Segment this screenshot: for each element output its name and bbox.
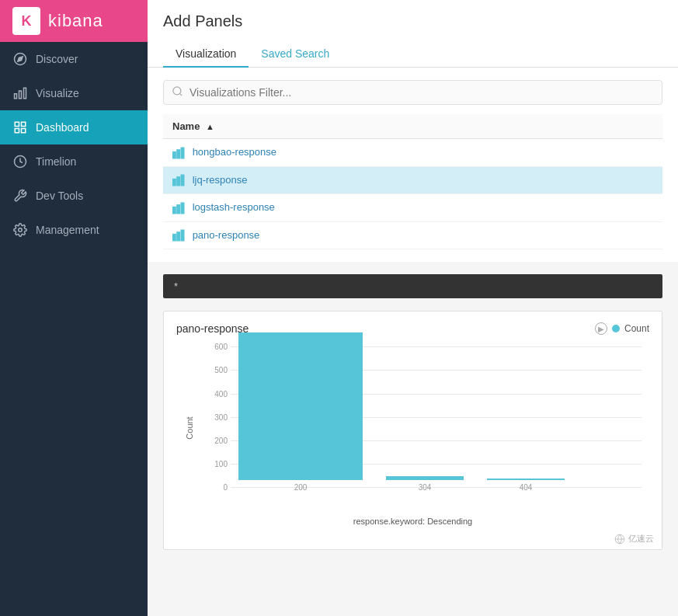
table-row[interactable]: ljq-response: [163, 166, 662, 194]
sidebar-item-devtools[interactable]: Dev Tools: [0, 179, 148, 213]
sidebar-item-discover[interactable]: Discover: [0, 42, 148, 76]
svg-rect-20: [177, 205, 179, 214]
svg-rect-14: [177, 150, 179, 158]
logo-text: kibana: [48, 11, 103, 31]
row-cell: pano-response: [163, 221, 662, 249]
logo-icon: K: [12, 7, 40, 35]
search-bar[interactable]: [163, 80, 662, 105]
compass-icon: [12, 51, 28, 67]
bar-chart-icon: [172, 174, 185, 186]
gear-icon: [12, 222, 28, 238]
svg-line-12: [179, 93, 182, 96]
query-text: *: [174, 280, 178, 292]
sidebar-item-management[interactable]: Management: [0, 213, 148, 247]
row-name: ljq-response: [193, 174, 248, 186]
dashboard-area: * pano-response ▶ Count Count 600: [148, 262, 678, 562]
bar-chart-icon: [12, 85, 28, 101]
y-tick-label: 300: [207, 413, 228, 422]
sidebar-label-dashboard: Dashboard: [36, 121, 89, 134]
svg-rect-6: [22, 122, 26, 126]
chart-panel: pano-response ▶ Count Count 600: [163, 311, 662, 550]
svg-rect-13: [173, 151, 176, 158]
svg-rect-15: [181, 148, 183, 158]
y-tick-label: 400: [207, 390, 228, 398]
grid-icon: [12, 120, 28, 135]
sort-asc-icon: ▲: [206, 122, 214, 131]
row-name: hongbao-response: [193, 146, 276, 158]
row-name: logstash-response: [193, 201, 275, 213]
tab-saved-search[interactable]: Saved Search: [249, 41, 342, 68]
bar-304: [386, 476, 464, 480]
svg-rect-5: [15, 122, 19, 126]
bar-chart-icon: [172, 147, 185, 159]
row-name: pano-response: [193, 229, 260, 241]
svg-rect-17: [177, 177, 179, 186]
logo-area[interactable]: K kibana: [0, 0, 148, 42]
wrench-icon: [12, 188, 28, 204]
chart-body: Count 600 500 400: [207, 343, 641, 513]
row-cell: hongbao-response: [163, 139, 662, 167]
column-name-header[interactable]: Name ▲: [163, 114, 662, 139]
svg-rect-4: [15, 94, 17, 99]
svg-rect-3: [19, 91, 22, 99]
row-cell: ljq-response: [163, 166, 662, 194]
table-row[interactable]: hongbao-response: [163, 139, 662, 167]
row-cell: logstash-response: [163, 194, 662, 222]
tab-visualization[interactable]: Visualization: [163, 41, 249, 68]
bar-200: [238, 332, 363, 480]
y-tick-label: 600: [207, 343, 228, 351]
sidebar-item-timelion[interactable]: Timelion: [0, 144, 148, 179]
query-bar[interactable]: *: [163, 274, 662, 298]
legend-dot: [612, 325, 620, 332]
search-icon: [172, 85, 183, 99]
search-input[interactable]: [189, 86, 654, 99]
legend-nav-icon[interactable]: ▶: [595, 322, 607, 335]
sidebar-item-visualize[interactable]: Visualize: [0, 76, 148, 110]
sidebar: K kibana Discover Visualize Dashboard Ti…: [0, 0, 148, 616]
sidebar-label-discover: Discover: [36, 53, 78, 65]
page-title: Add Panels: [163, 12, 662, 30]
bar-404: [487, 479, 565, 480]
y-tick-label: 0: [207, 483, 228, 492]
sidebar-item-dashboard[interactable]: Dashboard: [0, 110, 148, 144]
visualizations-table: Name ▲ hongbao-response: [163, 114, 662, 249]
y-axis-label: Count: [185, 417, 194, 440]
add-panels-header: Add Panels Visualization Saved Search: [148, 0, 678, 68]
sidebar-label-visualize: Visualize: [36, 87, 79, 99]
tabs-bar: Visualization Saved Search: [163, 41, 662, 67]
panel-content: Name ▲ hongbao-response: [148, 68, 678, 262]
table-row[interactable]: pano-response: [163, 221, 662, 249]
svg-rect-23: [177, 232, 179, 241]
bar-group-404: 404: [487, 479, 565, 492]
sidebar-label-management: Management: [36, 224, 99, 236]
svg-marker-1: [18, 57, 23, 61]
main-content: Add Panels Visualization Saved Search Na…: [148, 0, 678, 616]
watermark: 亿速云: [614, 533, 654, 545]
svg-rect-19: [173, 207, 176, 213]
chart-legend: ▶ Count: [595, 322, 649, 335]
svg-rect-22: [173, 235, 176, 241]
bar-chart-icon: [172, 202, 185, 214]
legend-label: Count: [624, 323, 649, 334]
sidebar-label-timelion: Timelion: [36, 155, 76, 168]
bar-label-404: 404: [520, 483, 533, 492]
table-row[interactable]: logstash-response: [163, 194, 662, 222]
svg-point-10: [19, 228, 23, 232]
bar-label-200: 200: [294, 483, 308, 492]
svg-rect-18: [181, 175, 183, 185]
watermark-text: 亿速云: [628, 533, 654, 545]
bar-group-200: 200: [238, 332, 363, 492]
svg-rect-24: [181, 231, 183, 241]
x-axis-title: response.keyword: Descending: [176, 517, 649, 526]
bar-chart-icon: [172, 229, 185, 242]
y-tick-label: 200: [207, 437, 228, 445]
svg-rect-2: [24, 88, 26, 99]
sidebar-label-devtools: Dev Tools: [36, 190, 83, 202]
svg-rect-21: [181, 203, 183, 213]
svg-rect-7: [22, 129, 26, 133]
bar-label-304: 304: [419, 483, 432, 492]
column-name-label: Name: [172, 120, 200, 132]
y-tick-label: 100: [207, 460, 228, 468]
svg-rect-8: [15, 129, 19, 133]
y-tick-label: 500: [207, 366, 228, 374]
